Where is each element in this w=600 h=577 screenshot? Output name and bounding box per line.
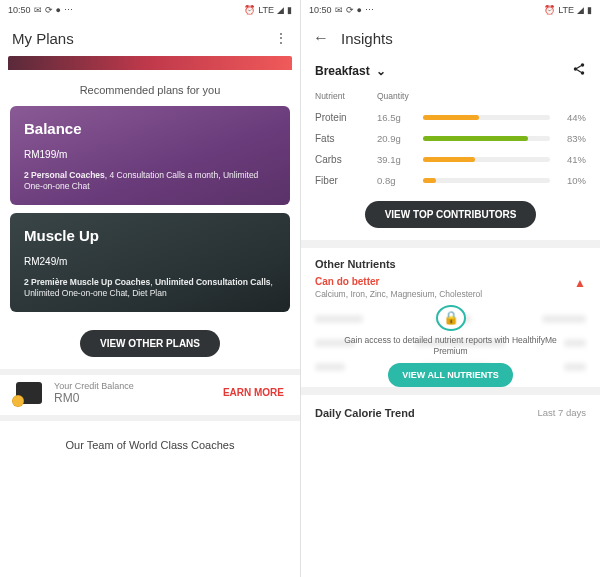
plan-price: RM249/m <box>24 256 276 267</box>
recommended-heading: Recommended plans for you <box>0 70 300 106</box>
sync-icon: ⟳ <box>346 5 354 15</box>
chevron-down-icon: ⌄ <box>376 64 386 78</box>
hero-banner <box>8 56 292 70</box>
earn-more-link[interactable]: EARN MORE <box>223 387 284 398</box>
nutrient-qty: 0.8g <box>377 175 423 186</box>
header: ← Insights <box>301 20 600 56</box>
svg-point-2 <box>581 71 585 75</box>
meal-label: Breakfast <box>315 64 370 78</box>
nutrient-qty: 20.9g <box>377 133 423 144</box>
share-icon[interactable] <box>572 62 586 79</box>
warning-icon: ▲ <box>574 276 586 290</box>
nutrient-name: Protein <box>315 112 377 123</box>
credit-balance-row: Your Credit Balance RM0 EARN MORE <box>0 369 300 415</box>
mms-icon: ✉ <box>335 5 343 15</box>
plan-price: RM199/m <box>24 149 276 160</box>
svg-point-0 <box>581 63 585 66</box>
view-all-nutrients-button[interactable]: VIEW ALL NUTRIENTS <box>388 363 513 387</box>
col-nutrient: Nutrient <box>315 91 377 101</box>
chat-icon: ⋯ <box>365 5 374 15</box>
clock-text: 10:50 <box>8 5 31 15</box>
plan-name: Balance <box>24 120 276 137</box>
nutrient-pct: 10% <box>558 175 586 186</box>
lte-text: LTE <box>558 5 574 15</box>
calorie-trend-row[interactable]: Daily Calorie Trend Last 7 days <box>301 395 600 431</box>
meal-selector[interactable]: Breakfast ⌄ <box>315 64 386 78</box>
plan-name: Muscle Up <box>24 227 276 244</box>
back-icon[interactable]: ← <box>313 29 329 47</box>
nutrient-table-header: Nutrient Quantity <box>301 83 600 107</box>
nutrient-pct: 41% <box>558 154 586 165</box>
nutrient-row[interactable]: Carbs39.1g41% <box>301 149 600 170</box>
trend-range: Last 7 days <box>537 407 586 419</box>
nutrient-qty: 39.1g <box>377 154 423 165</box>
nutrient-name: Carbs <box>315 154 377 165</box>
trend-title: Daily Calorie Trend <box>315 407 415 419</box>
view-top-contributors-button[interactable]: VIEW TOP CONTRIBUTORS <box>365 201 537 228</box>
nutrient-row[interactable]: Fats20.9g83% <box>301 128 600 149</box>
battery-icon: ▮ <box>587 5 592 15</box>
page-title: My Plans <box>12 30 262 47</box>
col-quantity: Quantity <box>377 91 423 101</box>
wallet-icon <box>16 382 42 404</box>
plan-card-balance[interactable]: Balance RM199/m 2 Personal Coaches, 4 Co… <box>10 106 290 205</box>
sync-icon: ⟳ <box>45 5 53 15</box>
nutrient-bar <box>423 178 550 183</box>
warning-title: Can do better <box>315 276 482 287</box>
lock-icon: 🔒 <box>436 305 466 331</box>
insights-screen: 10:50 ✉ ⟳ ● ⋯ ⏰ LTE ◢ ▮ ← Insights Break… <box>300 0 600 577</box>
coaches-heading: Our Team of World Class Coaches <box>0 415 300 469</box>
view-other-plans-button[interactable]: VIEW OTHER PLANS <box>80 330 220 357</box>
plan-desc: 2 Première Muscle Up Coaches, Unlimited … <box>24 277 276 300</box>
battery-icon: ▮ <box>287 5 292 15</box>
svg-point-1 <box>574 67 578 71</box>
alarm-icon: ⏰ <box>544 5 555 15</box>
plan-desc: 2 Personal Coaches, 4 Consultation Calls… <box>24 170 276 193</box>
status-bar: 10:50 ✉ ⟳ ● ⋯ ⏰ LTE ◢ ▮ <box>301 0 600 20</box>
nutrient-row[interactable]: Fiber0.8g10% <box>301 170 600 191</box>
clock-text: 10:50 <box>309 5 332 15</box>
more-icon[interactable]: ⋮ <box>274 30 288 46</box>
my-plans-screen: 10:50 ✉ ⟳ ● ⋯ ⏰ LTE ◢ ▮ My Plans ⋮ Recom… <box>0 0 300 577</box>
alarm-icon: ⏰ <box>244 5 255 15</box>
lte-text: LTE <box>258 5 274 15</box>
nutrient-bar <box>423 136 550 141</box>
nutrient-pct: 83% <box>558 133 586 144</box>
nutrient-qty: 16.5g <box>377 112 423 123</box>
credit-value: RM0 <box>54 391 134 405</box>
nutrient-pct: 44% <box>558 112 586 123</box>
lock-message: Gain access to detailed nutrient reports… <box>341 335 560 357</box>
signal-icon: ◢ <box>277 5 284 15</box>
nutrient-row[interactable]: Protein16.5g44% <box>301 107 600 128</box>
warning-row[interactable]: Can do better Calcium, Iron, Zinc, Magne… <box>315 276 586 299</box>
header: My Plans ⋮ <box>0 20 300 56</box>
plan-card-muscle-up[interactable]: Muscle Up RM249/m 2 Première Muscle Up C… <box>10 213 290 312</box>
app-dot-icon: ● <box>56 5 61 15</box>
mms-icon: ✉ <box>34 5 42 15</box>
nutrient-name: Fiber <box>315 175 377 186</box>
nutrient-bar <box>423 115 550 120</box>
nutrient-table: Protein16.5g44%Fats20.9g83%Carbs39.1g41%… <box>301 107 600 191</box>
locked-nutrients: 🔒 Gain access to detailed nutrient repor… <box>301 305 600 387</box>
nutrient-name: Fats <box>315 133 377 144</box>
nutrient-bar <box>423 157 550 162</box>
other-nutrients-heading: Other Nutrients <box>301 248 600 276</box>
status-bar: 10:50 ✉ ⟳ ● ⋯ ⏰ LTE ◢ ▮ <box>0 0 300 20</box>
warning-list: Calcium, Iron, Zinc, Magnesium, Choleste… <box>315 289 482 299</box>
credit-label: Your Credit Balance <box>54 381 134 391</box>
app-dot-icon: ● <box>357 5 362 15</box>
page-title: Insights <box>341 30 588 47</box>
signal-icon: ◢ <box>577 5 584 15</box>
chat-icon: ⋯ <box>64 5 73 15</box>
